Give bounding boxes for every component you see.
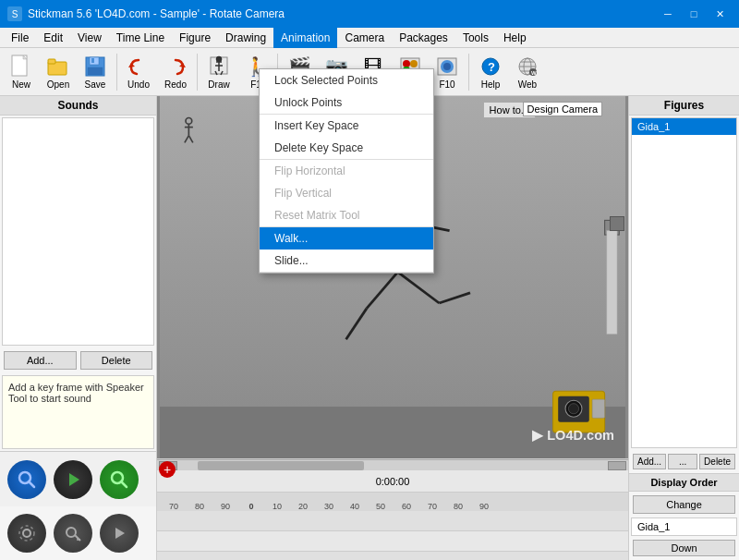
right-panel: Figures Gida_1 Add... ... Delete Display… (628, 96, 739, 560)
menu-drawing[interactable]: Drawing (218, 28, 273, 48)
ruler-mark: 70 (419, 502, 445, 511)
sounds-info: Add a key frame with Speaker Tool to sta… (2, 375, 154, 449)
order-item: Gida_1 (631, 517, 737, 536)
animation-menu-section-4: Walk... Slide... (260, 227, 433, 273)
new-label: New (12, 79, 30, 90)
settings-icon (18, 524, 36, 542)
key-icon (64, 524, 82, 542)
menu-unlock-points[interactable]: Unlock Points (260, 91, 433, 114)
svg-rect-3 (48, 59, 55, 64)
open-icon (45, 54, 71, 79)
window-title: Stickman 5.6 'LO4D.com - Sample' - Rotat… (28, 7, 285, 20)
svg-marker-9 (179, 63, 186, 67)
search-icon (17, 469, 37, 490)
redo-label: Redo (164, 79, 187, 90)
menu-lock-selected-points[interactable]: Lock Selected Points (260, 69, 433, 91)
timeline-scrollbar[interactable] (157, 459, 628, 470)
track-row-2 (157, 531, 628, 552)
svg-text:▶ LO4D.com: ▶ LO4D.com (532, 428, 614, 443)
open-label: Open (47, 79, 69, 90)
settings-button[interactable] (7, 514, 46, 553)
menu-delete-key-space[interactable]: Delete Key Space (260, 137, 433, 159)
menu-animation[interactable]: Animation (273, 28, 337, 48)
undo-button[interactable]: Undo (121, 51, 156, 93)
change-button[interactable]: Change (633, 495, 735, 514)
menu-figure[interactable]: Figure (172, 28, 218, 48)
minimize-button[interactable]: ─ (656, 5, 680, 23)
new-button[interactable]: New (4, 51, 39, 93)
svg-line-34 (29, 481, 34, 487)
maximize-button[interactable]: □ (682, 5, 706, 23)
menu-edit[interactable]: Edit (36, 28, 70, 48)
camera-scroll-indicator[interactable] (610, 216, 624, 231)
f10-button[interactable]: F10 (430, 51, 465, 93)
left-panel: Sounds Add... Delete Add a key frame wit… (0, 96, 157, 560)
redo-button[interactable]: Redo (158, 51, 193, 93)
help-label: Help (481, 79, 501, 90)
figures-more-button[interactable]: ... (668, 454, 697, 469)
play2-button[interactable] (100, 514, 139, 553)
display-order-header: Display Order (629, 474, 739, 492)
menu-timeline[interactable]: Time Line (109, 28, 172, 48)
player-controls-row2 (0, 506, 156, 560)
animation-menu-section-2: Insert Key Space Delete Key Space (260, 115, 433, 160)
play-button[interactable] (54, 460, 92, 499)
window-controls: ─ □ ✕ (656, 5, 732, 23)
animation-menu-section-1: Lock Selected Points Unlock Points (260, 69, 433, 115)
search-button[interactable] (7, 460, 46, 499)
draw-icon (206, 54, 232, 79)
close-button[interactable]: ✕ (708, 5, 732, 23)
svg-rect-6 (88, 67, 103, 75)
undo-label: Undo (127, 79, 150, 90)
figures-buttons: Add... ... Delete (629, 450, 739, 473)
menu-slide[interactable]: Slide... (260, 250, 433, 272)
add-keyframe-button[interactable]: + (159, 461, 176, 478)
toolbar-sep-2 (197, 54, 198, 91)
timeline-timecode-row: 0:00:00 (157, 470, 628, 493)
scrollbar-right-btn[interactable] (608, 461, 626, 470)
save-button[interactable]: Save (78, 51, 113, 93)
menu-walk[interactable]: Walk... (260, 227, 433, 250)
toolbar-sep-4 (468, 54, 469, 91)
menu-packages[interactable]: Packages (392, 28, 455, 48)
down-button[interactable]: Down (633, 540, 735, 556)
timecode-display: 0:00:00 (376, 476, 410, 487)
scrollbar-thumb[interactable] (198, 461, 364, 470)
figure-item[interactable]: Gida_1 (632, 118, 736, 135)
help-button[interactable]: ? Help (473, 51, 508, 93)
sounds-buttons: Add... Delete (0, 347, 156, 373)
search2-button[interactable] (100, 460, 139, 499)
ruler-mark: 10 (264, 502, 290, 511)
draw-button[interactable]: Draw (201, 51, 236, 93)
menu-help[interactable]: Help (496, 28, 534, 48)
open-button[interactable]: Open (41, 51, 76, 93)
svg-marker-8 (128, 63, 135, 67)
menu-flip-horizontal: Flip Horizontal (260, 160, 433, 182)
save-label: Save (85, 79, 106, 90)
ruler-mark: 90 (212, 502, 238, 511)
menu-view[interactable]: View (70, 28, 109, 48)
menu-tools[interactable]: Tools (455, 28, 496, 48)
play-icon (63, 469, 83, 490)
menu-file[interactable]: File (4, 28, 36, 48)
svg-point-39 (19, 526, 34, 541)
figures-delete-button[interactable]: Delete (699, 454, 735, 469)
web-button[interactable]: W Web (510, 51, 545, 93)
svg-point-19 (410, 60, 418, 67)
menu-camera[interactable]: Camera (337, 28, 392, 48)
sounds-add-button[interactable]: Add... (4, 351, 77, 370)
figures-header: Figures (629, 96, 739, 116)
menu-reset-matrix-tool: Reset Matrix Tool (260, 204, 433, 226)
track-row-1 (157, 511, 628, 531)
watermark-area: ▶ LO4D.com (522, 417, 615, 445)
menu-insert-key-space[interactable]: Insert Key Space (260, 115, 433, 137)
menu-flip-vertical: Flip Vertical (260, 182, 433, 204)
key-button[interactable] (54, 514, 92, 553)
timeline-tracks (157, 511, 628, 560)
player-controls (0, 451, 156, 506)
sounds-delete-button[interactable]: Delete (80, 351, 153, 370)
svg-point-23 (443, 63, 451, 70)
figures-add-button[interactable]: Add... (633, 454, 666, 469)
ruler-mark: 80 (445, 502, 471, 511)
draw-label: Draw (208, 79, 229, 90)
